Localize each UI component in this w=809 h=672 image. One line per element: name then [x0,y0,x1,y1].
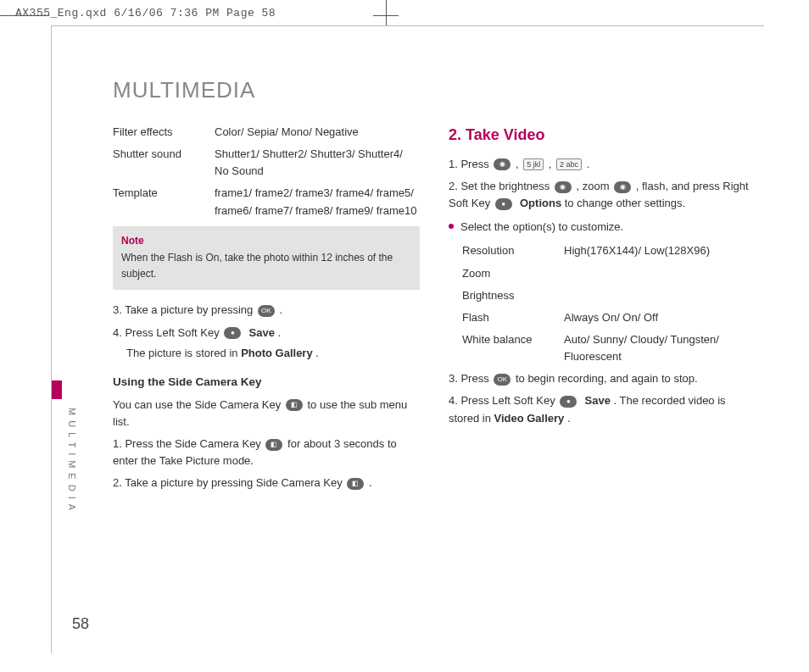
page-number: 58 [72,615,89,633]
r-step-4: 4. Press Left Soft Key ● Save . The reco… [449,392,756,426]
note-body: When the Flash is On, take the photo wit… [121,250,411,281]
text: . [278,326,282,339]
def-value: frame1/ frame2/ frame3/ frame4/ frame5/ … [215,185,420,219]
key-5-icon: 5 jkl [523,158,544,170]
text: . [587,158,590,170]
side-intro: You can use the Side Camera Key ◧ to use… [113,397,420,430]
r-step-2: 2. Set the brightness ◉ , zoom ◉ , flash… [449,178,756,212]
def-label: Template [113,185,215,219]
text: , zoom [576,180,612,192]
def-label: White balance [462,331,564,365]
bold-text: Save [585,394,611,407]
def-label: Resolution [462,242,564,259]
def-row: Zoom [462,265,756,282]
def-label: Filter effects [113,124,215,141]
def-row: Filter effects Color/ Sepia/ Mono/ Negat… [113,124,420,141]
nav-lr-icon: ◉ [555,181,572,193]
print-header: AX355_Eng.qxd 6/16/06 7:36 PM Page 58 [15,7,276,19]
def-value: Shutter1/ Shutter2/ Shutter3/ Shutter4/ … [215,146,420,180]
bullet-text: Select the option(s) to customize. [460,219,623,236]
side-section-label: MULTIMEDIA [67,408,77,515]
text: . [315,347,319,359]
text: 4. Press Left Soft Key [449,394,558,407]
def-value: Auto/ Sunny/ Cloudy/ Tungsten/ Fluoresce… [564,331,756,365]
side-step-2: 2. Take a picture by pressing Side Camer… [113,475,420,492]
text: 1. Press the Side Camera Key [113,437,264,450]
camera-key-icon: ◧ [286,399,303,411]
softkey-icon: ● [224,327,241,339]
side-step-1: 1. Press the Side Camera Key ◧ for about… [113,436,420,469]
def-row: Brightness [462,287,756,304]
text: , [549,158,555,170]
def-row: Resolution High(176X144)/ Low(128X96) [462,242,756,259]
crop-mark [373,15,399,16]
camera-key-icon: ◧ [265,439,282,451]
def-row: Template frame1/ frame2/ frame3/ frame4/… [113,185,420,219]
def-row: Shutter sound Shutter1/ Shutter2/ Shutte… [113,146,420,180]
crop-mark [386,0,387,25]
text: . [369,476,372,489]
def-value [564,287,756,304]
bold-text: Save [249,326,275,339]
r-step-1: 1. Press ◉ , 5 jkl , 2 abc . [449,156,756,173]
key-2-icon: 2 abc [556,158,582,170]
sidebar-accent [52,380,62,399]
r-step-3: 3. Press OK to begin recording, and agai… [449,370,756,387]
text: to begin recording, and again to stop. [516,372,698,385]
text: The picture is stored in [126,347,241,359]
bullet-item: Select the option(s) to customize. [449,219,756,236]
bold-text: Video Gallery [494,412,564,425]
step-3: 3. Take a picture by pressing OK . [113,302,420,319]
note-box: Note When the Flash is On, take the phot… [113,226,420,291]
text: 3. Take a picture by pressing [113,303,256,316]
bullet-icon [449,224,454,229]
softkey-icon: ● [560,396,577,408]
left-column: Filter effects Color/ Sepia/ Mono/ Negat… [113,124,420,497]
text: , [516,158,522,170]
page-frame: MULTIMEDIA 58 MULTIMEDIA Filter effects … [51,25,764,653]
def-value: Color/ Sepia/ Mono/ Negative [215,124,420,141]
def-row: White balance Auto/ Sunny/ Cloudy/ Tungs… [462,331,756,365]
text: 3. Press [449,372,492,385]
bold-text: Photo Gallery [241,347,313,359]
text: 1. Press [449,158,492,170]
softkey-icon: ● [495,198,512,210]
camera-key-icon: ◧ [347,478,364,490]
def-label: Flash [462,309,564,326]
nav-key-icon: ◉ [494,158,511,170]
def-value: Always On/ On/ Off [564,309,756,326]
def-row: Flash Always On/ On/ Off [462,309,756,326]
step-4: 4. Press Left Soft Key ● Save . The pict… [113,325,420,362]
def-label: Zoom [462,265,564,282]
text: 4. Press Left Soft Key [113,326,222,339]
text: 2. Take a picture by pressing Side Camer… [113,476,345,489]
section-title: 2. Take Video [449,124,756,147]
bold-text: Options [520,197,561,209]
right-column: 2. Take Video 1. Press ◉ , 5 jkl , 2 abc… [449,124,756,497]
def-value [564,265,756,282]
ok-key-icon: OK [258,305,275,317]
def-label: Brightness [462,287,564,304]
subheading: Using the Side Camera Key [113,374,420,392]
def-label: Shutter sound [113,146,215,180]
text: You can use the Side Camera Key [113,398,284,411]
note-title: Note [121,233,411,249]
ok-key-icon: OK [494,374,511,386]
text: . [279,303,282,316]
text: to change other settings. [565,197,685,209]
crop-mark [0,15,49,16]
def-value: High(176X144)/ Low(128X96) [564,242,756,259]
nav-ud-icon: ◉ [614,181,631,193]
text: 2. Set the brightness [449,180,553,192]
text: . [567,412,571,425]
page-title: MULTIMEDIA [113,77,756,103]
